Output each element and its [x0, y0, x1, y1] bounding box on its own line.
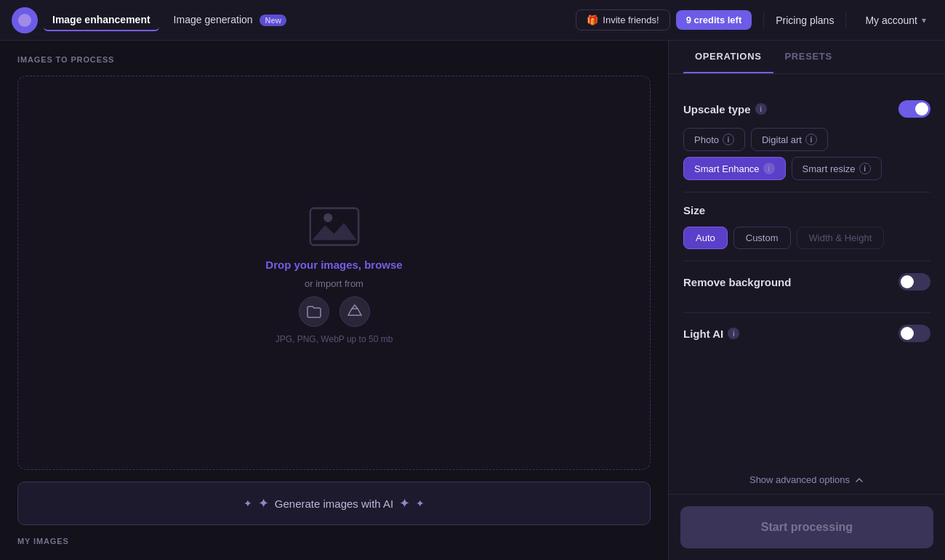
size-buttons: Auto Custom Width & Height — [683, 227, 930, 249]
header: Image enhancement Image generation New 🎁… — [0, 0, 945, 41]
nav-image-generation[interactable]: Image generation New — [165, 9, 295, 31]
upscale-type-toggle-thumb — [915, 102, 928, 115]
my-account-button[interactable]: My account ▾ — [858, 10, 933, 31]
sparkle-icon-4: ✦ — [416, 498, 425, 509]
nav-image-enhancement[interactable]: Image enhancement — [44, 9, 159, 31]
sparkle-icon-2: ✦ — [258, 495, 269, 511]
left-panel: IMAGES TO PROCESS Drop your images, brow… — [0, 41, 669, 560]
type-button-digital-art[interactable]: Digital art i — [751, 128, 828, 151]
remove-bg-title: Remove background — [683, 276, 791, 288]
header-divider-2 — [845, 12, 846, 29]
tab-operations[interactable]: OPERATIONS — [683, 41, 773, 73]
light-ai-toggle[interactable] — [898, 325, 930, 342]
drop-text: Drop your images, browse — [265, 259, 402, 271]
size-section: Size Auto Custom Width & Height — [683, 192, 930, 261]
chevron-up-icon — [854, 475, 864, 485]
size-button-custom[interactable]: Custom — [733, 227, 791, 249]
upscale-type-section: Upscale type i Photo i Digital art i — [683, 89, 930, 192]
my-images-label: MY IMAGES — [17, 537, 651, 545]
chevron-down-icon: ▾ — [922, 15, 926, 25]
light-ai-info-icon[interactable]: i — [728, 328, 739, 339]
light-ai-toggle-thumb — [901, 327, 914, 340]
size-title: Size — [683, 204, 705, 216]
light-ai-section: Light AI i — [683, 313, 930, 364]
smart-enhance-info-icon[interactable]: i — [763, 163, 775, 174]
app-logo — [12, 7, 38, 33]
browse-link[interactable]: browse — [364, 259, 403, 271]
light-ai-title: Light AI i — [683, 328, 739, 340]
invite-friends-button[interactable]: 🎁 Invite friends! — [576, 9, 669, 31]
image-placeholder-icon — [305, 202, 363, 251]
photo-info-icon[interactable]: i — [723, 134, 734, 145]
remove-background-section: Remove background — [683, 261, 930, 313]
size-button-auto[interactable]: Auto — [683, 227, 728, 249]
svg-point-0 — [323, 213, 332, 222]
start-processing-button[interactable]: Start processing — [680, 506, 933, 548]
drop-zone[interactable]: Drop your images, browse or import from — [17, 76, 651, 470]
type-button-smart-resize[interactable]: Smart resize i — [792, 157, 882, 180]
generate-images-button[interactable]: ✦ ✦ Generate images with AI ✦ ✦ — [17, 482, 651, 525]
upscale-type-buttons: Photo i Digital art i Smart Enhance i Sm… — [683, 128, 930, 180]
light-ai-header: Light AI i — [683, 325, 930, 342]
type-button-smart-enhance[interactable]: Smart Enhance i — [683, 157, 786, 180]
import-text: or import from — [305, 278, 363, 289]
show-advanced-options[interactable]: Show advanced options — [669, 466, 945, 495]
new-badge: New — [260, 15, 286, 26]
drive-import-button[interactable] — [339, 296, 370, 327]
tab-presets[interactable]: PRESETS — [773, 41, 844, 73]
logo-inner — [18, 14, 31, 27]
size-header: Size — [683, 204, 930, 216]
main-layout: IMAGES TO PROCESS Drop your images, brow… — [0, 41, 945, 560]
sparkle-icon-3: ✦ — [399, 495, 410, 511]
digital-art-info-icon[interactable]: i — [805, 134, 817, 145]
file-types-label: JPG, PNG, WebP up to 50 mb — [276, 334, 393, 344]
type-button-photo[interactable]: Photo i — [683, 128, 745, 151]
upscale-type-toggle[interactable] — [898, 100, 930, 118]
tab-bar: OPERATIONS PRESETS — [669, 41, 945, 74]
upscale-type-info-icon[interactable]: i — [755, 103, 767, 115]
pricing-plans-link[interactable]: Pricing plans — [776, 15, 834, 26]
header-divider-1 — [763, 12, 764, 29]
credits-badge: 9 credits left — [676, 10, 752, 30]
remove-bg-toggle-thumb — [901, 275, 914, 288]
gift-icon: 🎁 — [587, 15, 598, 25]
remove-bg-toggle[interactable] — [898, 273, 930, 291]
upscale-type-header: Upscale type i — [683, 100, 930, 118]
images-section-label: IMAGES TO PROCESS — [17, 55, 651, 64]
right-panel: OPERATIONS PRESETS Upscale type i — [669, 41, 945, 560]
upscale-type-title: Upscale type i — [683, 103, 767, 115]
remove-bg-header: Remove background — [683, 273, 930, 291]
folder-import-button[interactable] — [299, 296, 329, 327]
size-button-wh[interactable]: Width & Height — [797, 227, 885, 249]
sparkle-icon-1: ✦ — [244, 498, 252, 509]
smart-resize-info-icon[interactable]: i — [859, 163, 871, 174]
generate-label: Generate images with AI — [275, 498, 393, 510]
operations-panel: Upscale type i Photo i Digital art i — [669, 74, 945, 466]
import-icons — [299, 296, 370, 327]
